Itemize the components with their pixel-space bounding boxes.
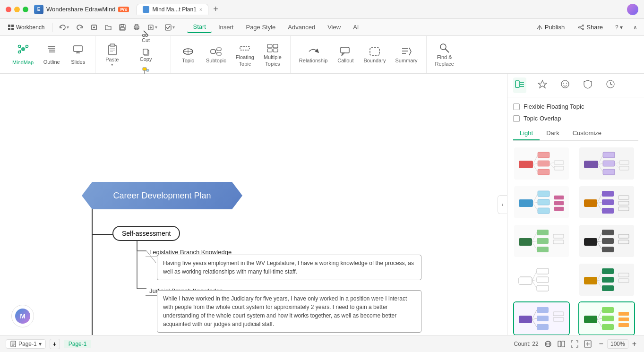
svg-rect-124 xyxy=(554,196,564,199)
copy-button[interactable]: Copy xyxy=(125,46,167,64)
find-replace-button[interactable]: Find &Replace xyxy=(430,39,459,69)
zoom-in-button[interactable]: + xyxy=(630,340,638,348)
active-tab[interactable]: Mind Ma...t Plan1 × xyxy=(137,4,208,15)
cut-icon xyxy=(142,29,150,37)
tab-start[interactable]: Start xyxy=(187,21,211,33)
right-panel: Flexible Floating Topic Topic Overlap Li… xyxy=(507,74,644,335)
maximize-button[interactable] xyxy=(23,7,28,12)
paste-icon xyxy=(105,43,119,57)
page-label: Page-1 xyxy=(18,341,37,347)
svg-rect-99 xyxy=(538,169,550,175)
new-button[interactable] xyxy=(88,23,100,32)
central-topic[interactable]: Career Development Plan xyxy=(82,182,242,209)
redo-button[interactable] xyxy=(74,23,86,32)
svg-point-89 xyxy=(561,80,569,88)
panel-layout-icon[interactable] xyxy=(513,77,526,93)
mindmap-button[interactable]: MindMap xyxy=(8,41,38,69)
add-page-button[interactable]: + xyxy=(50,339,60,349)
flexible-floating-topic-checkbox[interactable] xyxy=(513,103,520,110)
app-watermark: M xyxy=(11,305,34,327)
folder-icon xyxy=(105,24,112,31)
help-button[interactable]: ? ▾ xyxy=(611,22,627,33)
tab-insert[interactable]: Insert xyxy=(213,22,240,33)
close-button[interactable] xyxy=(6,7,11,12)
panel-clock-icon[interactable] xyxy=(604,77,617,93)
svg-rect-11 xyxy=(135,25,138,26)
tab-page-style[interactable]: Page Style xyxy=(240,22,281,33)
publish-button[interactable]: Publish xyxy=(532,22,570,33)
panel-star-icon[interactable] xyxy=(536,77,549,93)
theme-tab-dark[interactable]: Dark xyxy=(540,127,566,140)
statusbar: Page-1 ▾ + Page-1 Count: 22 − xyxy=(0,335,644,352)
svg-rect-9 xyxy=(120,27,124,30)
theme-swatch-5[interactable] xyxy=(513,224,570,258)
outline-button[interactable]: Outline xyxy=(38,41,65,68)
svg-rect-54 xyxy=(217,48,221,51)
theme-swatch-6[interactable] xyxy=(578,224,635,258)
pro-badge: Pro xyxy=(118,7,129,12)
multiple-topics-icon xyxy=(266,42,279,54)
share-button[interactable]: Share xyxy=(573,22,608,33)
boundary-button[interactable]: Boundary xyxy=(359,43,390,67)
legislative-note-text: Having five years employment in the WV L… xyxy=(163,260,414,275)
swatch-3-preview xyxy=(514,186,570,219)
theme-swatch-7[interactable] xyxy=(513,263,570,297)
panel-shield-icon[interactable] xyxy=(581,77,594,93)
titlebar-right xyxy=(627,4,638,15)
slides-button[interactable]: Slides xyxy=(65,41,91,68)
collapse-ribbon-button[interactable]: ∧ xyxy=(630,22,640,33)
new-tab-button[interactable]: + xyxy=(210,4,221,14)
publish-label: Publish xyxy=(545,24,565,31)
theme-swatch-10[interactable] xyxy=(578,301,635,335)
self-assessment-topic[interactable]: Self-assessment xyxy=(112,226,180,241)
theme-swatch-2[interactable] xyxy=(578,146,635,180)
tab-ai[interactable]: AI xyxy=(347,22,364,33)
subtopic-label: Subtopic xyxy=(206,58,226,64)
svg-rect-85 xyxy=(515,81,519,87)
paste-button[interactable]: Paste ▾ xyxy=(99,41,125,69)
swatch-7-preview xyxy=(514,264,570,297)
relationship-button[interactable]: Relationship xyxy=(294,43,333,67)
svg-rect-134 xyxy=(602,208,614,214)
topic-overlap-checkbox[interactable] xyxy=(513,115,520,122)
open-button[interactable] xyxy=(102,23,114,32)
panel-emoji-icon[interactable] xyxy=(558,77,572,93)
multiple-topics-button[interactable]: MultipleTopics xyxy=(259,39,286,69)
undo-button[interactable]: ▾ xyxy=(56,23,72,32)
summary-button[interactable]: Summary xyxy=(391,43,422,67)
svg-rect-142 xyxy=(519,238,532,246)
statusbar-left: Page-1 ▾ + Page-1 xyxy=(6,339,91,349)
svg-rect-153 xyxy=(602,230,614,235)
svg-rect-126 xyxy=(554,207,564,211)
panel-collapse-button[interactable]: ‹ xyxy=(498,195,507,214)
globe-icon xyxy=(544,340,552,348)
callout-button[interactable]: Callout xyxy=(332,43,359,67)
workbench-button[interactable]: Workbench xyxy=(4,22,48,33)
zoom-out-button[interactable]: − xyxy=(597,340,605,348)
theme-swatch-3[interactable] xyxy=(513,185,570,219)
canvas[interactable]: Career Development Plan Self-assessment … xyxy=(0,74,507,335)
tab-view[interactable]: View xyxy=(322,22,346,33)
svg-point-19 xyxy=(579,26,580,28)
topic-button[interactable]: Topic xyxy=(175,43,201,67)
cut-button[interactable]: Cut xyxy=(125,27,167,45)
page-indicator[interactable]: Page-1 ▾ xyxy=(6,339,46,349)
theme-swatch-9[interactable] xyxy=(513,301,570,335)
svg-line-44 xyxy=(144,31,146,33)
theme-tab-light[interactable]: Light xyxy=(513,127,540,140)
tab-advanced[interactable]: Advanced xyxy=(282,22,321,33)
svg-rect-170 xyxy=(584,277,597,284)
active-page-tab[interactable]: Page-1 xyxy=(64,340,92,348)
floating-topic-button[interactable]: FloatingTopic xyxy=(231,39,259,69)
svg-rect-181 xyxy=(537,307,549,313)
user-avatar[interactable] xyxy=(627,4,638,15)
svg-rect-59 xyxy=(267,44,272,48)
tab-close-button[interactable]: × xyxy=(199,7,202,12)
subtopic-button[interactable]: Subtopic xyxy=(201,43,231,67)
theme-swatch-1[interactable] xyxy=(513,146,570,180)
theme-swatch-4[interactable] xyxy=(578,185,635,219)
minimize-button[interactable] xyxy=(14,7,20,12)
swatch-2-preview xyxy=(579,147,635,180)
theme-tab-customize[interactable]: Customize xyxy=(566,127,608,140)
theme-swatch-8[interactable] xyxy=(578,263,635,297)
